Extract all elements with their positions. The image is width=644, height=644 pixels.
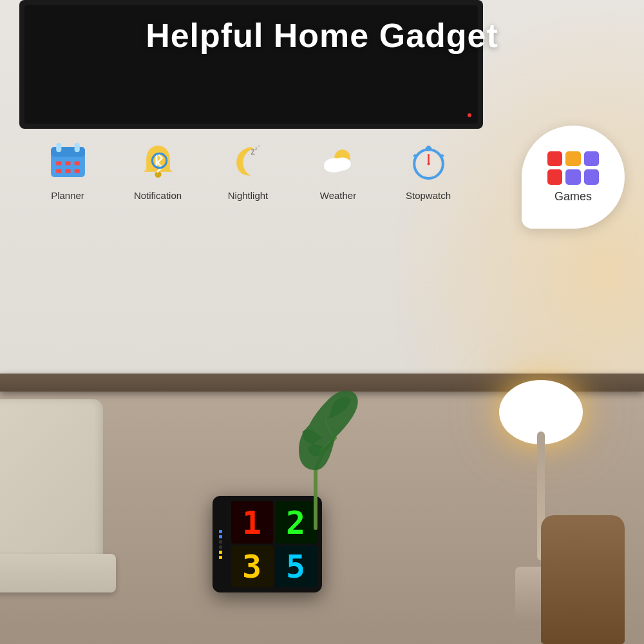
led-dot (219, 545, 222, 549)
planner-icon (45, 138, 90, 184)
svg-rect-7 (56, 169, 61, 173)
led-dot (219, 535, 222, 538)
svg-point-19 (324, 161, 337, 171)
chair-seat (0, 554, 116, 592)
feature-weather: Weather (303, 138, 374, 201)
svg-rect-4 (56, 161, 61, 165)
features-row: Planner Notification (32, 138, 464, 201)
games-square-3 (584, 151, 599, 167)
wood-stump (541, 515, 625, 644)
svg-text:z: z (258, 143, 260, 147)
svg-point-27 (427, 162, 430, 165)
led-dot (219, 530, 222, 533)
games-label: Games (554, 190, 592, 204)
weather-icon (316, 138, 361, 184)
games-bubble: Games (522, 126, 625, 229)
feature-notification: Notification (122, 138, 193, 201)
games-square-1 (547, 151, 562, 167)
svg-rect-8 (65, 169, 70, 173)
svg-rect-5 (65, 161, 70, 165)
led-dot (219, 556, 222, 559)
notification-label: Notification (134, 190, 182, 201)
svg-text:3: 3 (242, 548, 261, 585)
stopwatch-icon (406, 138, 451, 184)
svg-text:5: 5 (286, 548, 305, 585)
feature-planner: Planner (32, 138, 103, 201)
planner-label: Planner (51, 190, 84, 201)
weather-label: Weather (320, 190, 356, 201)
chair-back (0, 399, 103, 567)
led-dot (219, 551, 222, 554)
games-grid (547, 151, 599, 185)
scene: Helpful Home Gadget Planner (0, 0, 644, 644)
plant (251, 386, 380, 547)
led-quad-5: 5 (275, 545, 317, 588)
chair (0, 399, 129, 644)
led-quad-3: 3 (231, 545, 273, 588)
nightlight-icon: Z z z (225, 138, 270, 184)
games-square-4 (547, 169, 562, 185)
svg-rect-23 (426, 146, 430, 148)
svg-rect-9 (74, 169, 79, 173)
nightlight-label: Nightlight (228, 190, 269, 201)
games-square-2 (565, 151, 580, 167)
led-side-dots (218, 501, 229, 587)
svg-rect-1 (51, 147, 85, 156)
svg-rect-2 (56, 143, 61, 152)
led-dot (219, 540, 222, 544)
svg-rect-3 (74, 143, 79, 152)
games-square-6 (584, 169, 599, 185)
feature-nightlight: Z z z Nightlight (213, 138, 283, 201)
games-square-5 (565, 169, 580, 185)
notification-icon (135, 138, 180, 184)
svg-text:z: z (254, 146, 257, 151)
page-title: Helpful Home Gadget (0, 16, 644, 55)
stopwatch-label: Stopwatch (406, 190, 451, 201)
feature-stopwatch: Stopwatch (393, 138, 464, 201)
tv-led (468, 113, 471, 117)
svg-rect-6 (74, 161, 79, 165)
